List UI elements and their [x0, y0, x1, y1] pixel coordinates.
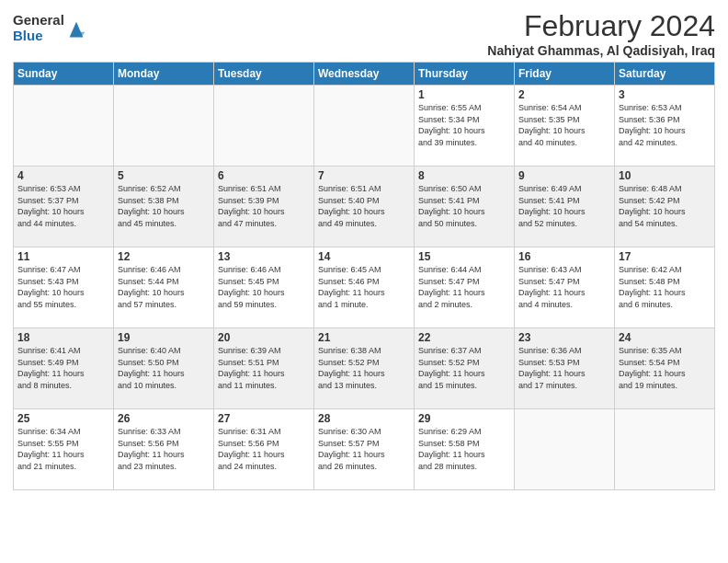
day-number: 13: [218, 250, 310, 263]
logo-text: General Blue: [13, 13, 64, 43]
table-row: [515, 409, 615, 490]
day-info: Sunrise: 6:37 AMSunset: 5:52 PMDaylight:…: [418, 345, 510, 391]
day-number: 10: [619, 169, 711, 182]
day-info: Sunrise: 6:51 AMSunset: 5:39 PMDaylight:…: [218, 183, 310, 229]
day-number: 4: [17, 169, 109, 182]
day-number: 12: [118, 250, 210, 263]
col-sunday: Sunday: [14, 63, 114, 86]
table-row: 4Sunrise: 6:53 AMSunset: 5:37 PMDaylight…: [14, 167, 114, 247]
table-row: [214, 86, 314, 167]
day-number: 27: [218, 412, 310, 425]
day-info: Sunrise: 6:43 AMSunset: 5:47 PMDaylight:…: [518, 264, 610, 310]
day-number: 5: [118, 169, 210, 182]
day-number: 18: [17, 331, 109, 344]
table-row: 23Sunrise: 6:36 AMSunset: 5:53 PMDayligh…: [515, 328, 615, 409]
table-row: 10Sunrise: 6:48 AMSunset: 5:42 PMDayligh…: [615, 167, 715, 247]
location: Nahiyat Ghammas, Al Qadisiyah, Iraq: [487, 43, 715, 58]
calendar-week-row: 18Sunrise: 6:41 AMSunset: 5:49 PMDayligh…: [14, 328, 715, 409]
day-number: 28: [318, 412, 410, 425]
calendar-week-row: 25Sunrise: 6:34 AMSunset: 5:55 PMDayligh…: [14, 409, 715, 490]
day-number: 15: [418, 250, 510, 263]
day-info: Sunrise: 6:30 AMSunset: 5:57 PMDaylight:…: [318, 426, 410, 472]
table-row: [314, 86, 415, 167]
day-info: Sunrise: 6:48 AMSunset: 5:42 PMDaylight:…: [619, 183, 711, 229]
day-info: Sunrise: 6:51 AMSunset: 5:40 PMDaylight:…: [318, 183, 410, 229]
day-number: 1: [418, 88, 510, 101]
day-number: 11: [17, 250, 109, 263]
table-row: 13Sunrise: 6:46 AMSunset: 5:45 PMDayligh…: [214, 247, 314, 328]
day-info: Sunrise: 6:47 AMSunset: 5:43 PMDaylight:…: [17, 264, 109, 310]
table-row: 2Sunrise: 6:54 AMSunset: 5:35 PMDaylight…: [515, 86, 615, 167]
calendar-week-row: 4Sunrise: 6:53 AMSunset: 5:37 PMDaylight…: [14, 167, 715, 247]
table-row: [14, 86, 114, 167]
day-info: Sunrise: 6:55 AMSunset: 5:34 PMDaylight:…: [418, 102, 510, 148]
day-number: 23: [518, 331, 610, 344]
table-row: 1Sunrise: 6:55 AMSunset: 5:34 PMDaylight…: [415, 86, 515, 167]
table-row: 18Sunrise: 6:41 AMSunset: 5:49 PMDayligh…: [14, 328, 114, 409]
table-row: 21Sunrise: 6:38 AMSunset: 5:52 PMDayligh…: [314, 328, 415, 409]
col-thursday: Thursday: [415, 63, 515, 86]
day-number: 2: [518, 88, 610, 101]
table-row: 7Sunrise: 6:51 AMSunset: 5:40 PMDaylight…: [314, 167, 415, 247]
table-row: 25Sunrise: 6:34 AMSunset: 5:55 PMDayligh…: [14, 409, 114, 490]
day-number: 3: [619, 88, 711, 101]
table-row: 20Sunrise: 6:39 AMSunset: 5:51 PMDayligh…: [214, 328, 314, 409]
day-info: Sunrise: 6:42 AMSunset: 5:48 PMDaylight:…: [619, 264, 711, 310]
logo-icon: [66, 18, 86, 39]
day-number: 26: [118, 412, 210, 425]
day-number: 14: [318, 250, 410, 263]
calendar-table: Sunday Monday Tuesday Wednesday Thursday…: [13, 62, 715, 490]
day-info: Sunrise: 6:40 AMSunset: 5:50 PMDaylight:…: [118, 345, 210, 391]
day-info: Sunrise: 6:46 AMSunset: 5:44 PMDaylight:…: [118, 264, 210, 310]
table-row: 14Sunrise: 6:45 AMSunset: 5:46 PMDayligh…: [314, 247, 415, 328]
col-monday: Monday: [114, 63, 214, 86]
table-row: 6Sunrise: 6:51 AMSunset: 5:39 PMDaylight…: [214, 167, 314, 247]
table-row: 8Sunrise: 6:50 AMSunset: 5:41 PMDaylight…: [415, 167, 515, 247]
day-info: Sunrise: 6:53 AMSunset: 5:37 PMDaylight:…: [17, 183, 109, 229]
logo: General Blue: [13, 13, 86, 43]
day-info: Sunrise: 6:54 AMSunset: 5:35 PMDaylight:…: [518, 102, 610, 148]
logo-general: General: [13, 13, 64, 29]
day-number: 8: [418, 169, 510, 182]
day-info: Sunrise: 6:49 AMSunset: 5:41 PMDaylight:…: [518, 183, 610, 229]
day-number: 29: [418, 412, 510, 425]
page-container: General Blue February 2024 Nahiyat Ghamm…: [0, 0, 728, 498]
day-info: Sunrise: 6:46 AMSunset: 5:45 PMDaylight:…: [218, 264, 310, 310]
table-row: 5Sunrise: 6:52 AMSunset: 5:38 PMDaylight…: [114, 167, 214, 247]
day-info: Sunrise: 6:35 AMSunset: 5:54 PMDaylight:…: [619, 345, 711, 391]
day-info: Sunrise: 6:45 AMSunset: 5:46 PMDaylight:…: [318, 264, 410, 310]
day-info: Sunrise: 6:41 AMSunset: 5:49 PMDaylight:…: [17, 345, 109, 391]
day-number: 6: [218, 169, 310, 182]
col-tuesday: Tuesday: [214, 63, 314, 86]
day-info: Sunrise: 6:31 AMSunset: 5:56 PMDaylight:…: [218, 426, 310, 472]
table-row: 3Sunrise: 6:53 AMSunset: 5:36 PMDaylight…: [615, 86, 715, 167]
table-row: 12Sunrise: 6:46 AMSunset: 5:44 PMDayligh…: [114, 247, 214, 328]
day-number: 22: [418, 331, 510, 344]
calendar-week-row: 11Sunrise: 6:47 AMSunset: 5:43 PMDayligh…: [14, 247, 715, 328]
day-info: Sunrise: 6:39 AMSunset: 5:51 PMDaylight:…: [218, 345, 310, 391]
day-info: Sunrise: 6:53 AMSunset: 5:36 PMDaylight:…: [619, 102, 711, 148]
table-row: 9Sunrise: 6:49 AMSunset: 5:41 PMDaylight…: [515, 167, 615, 247]
col-wednesday: Wednesday: [314, 63, 415, 86]
col-saturday: Saturday: [615, 63, 715, 86]
col-friday: Friday: [515, 63, 615, 86]
table-row: 22Sunrise: 6:37 AMSunset: 5:52 PMDayligh…: [415, 328, 515, 409]
table-row: [114, 86, 214, 167]
table-row: 27Sunrise: 6:31 AMSunset: 5:56 PMDayligh…: [214, 409, 314, 490]
table-row: 29Sunrise: 6:29 AMSunset: 5:58 PMDayligh…: [415, 409, 515, 490]
table-row: 11Sunrise: 6:47 AMSunset: 5:43 PMDayligh…: [14, 247, 114, 328]
table-row: 15Sunrise: 6:44 AMSunset: 5:47 PMDayligh…: [415, 247, 515, 328]
day-info: Sunrise: 6:52 AMSunset: 5:38 PMDaylight:…: [118, 183, 210, 229]
header: General Blue February 2024 Nahiyat Ghamm…: [13, 9, 715, 58]
day-number: 7: [318, 169, 410, 182]
day-info: Sunrise: 6:29 AMSunset: 5:58 PMDaylight:…: [418, 426, 510, 472]
day-number: 16: [518, 250, 610, 263]
logo-blue: Blue: [13, 29, 64, 44]
day-number: 25: [17, 412, 109, 425]
table-row: 26Sunrise: 6:33 AMSunset: 5:56 PMDayligh…: [114, 409, 214, 490]
title-block: February 2024 Nahiyat Ghammas, Al Qadisi…: [487, 9, 715, 58]
day-number: 24: [619, 331, 711, 344]
day-number: 21: [318, 331, 410, 344]
table-row: 28Sunrise: 6:30 AMSunset: 5:57 PMDayligh…: [314, 409, 415, 490]
table-row: 17Sunrise: 6:42 AMSunset: 5:48 PMDayligh…: [615, 247, 715, 328]
